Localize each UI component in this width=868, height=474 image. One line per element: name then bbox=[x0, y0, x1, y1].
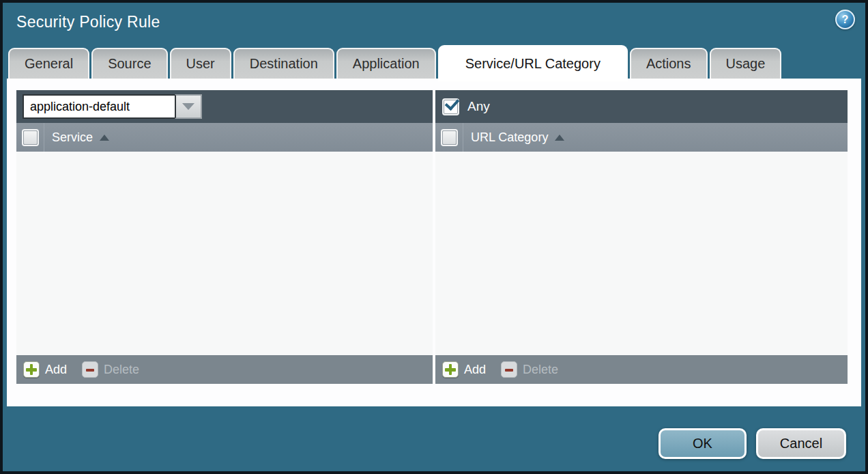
tab-content: application-default Service bbox=[7, 79, 861, 406]
url-category-column-label: URL Category bbox=[471, 130, 548, 145]
minus-icon bbox=[501, 361, 517, 378]
tab-general[interactable]: General bbox=[8, 48, 89, 79]
url-category-table-header: URL Category bbox=[435, 123, 848, 152]
plus-icon bbox=[23, 361, 40, 378]
chevron-down-icon bbox=[182, 103, 194, 110]
service-add-button[interactable]: Add bbox=[23, 361, 67, 378]
cancel-button[interactable]: Cancel bbox=[756, 428, 846, 459]
url-category-add-button[interactable]: Add bbox=[442, 361, 486, 378]
url-category-select-all-checkbox[interactable] bbox=[442, 130, 457, 145]
url-category-delete-label: Delete bbox=[523, 363, 558, 377]
service-add-label: Add bbox=[45, 363, 67, 377]
help-icon[interactable]: ? bbox=[835, 10, 855, 29]
tab-bar: General Source User Destination Applicat… bbox=[8, 45, 781, 79]
service-table-body bbox=[16, 152, 433, 355]
url-category-panel: Any URL Category Add bbox=[435, 90, 848, 384]
url-category-table-body bbox=[435, 152, 848, 355]
tab-actions[interactable]: Actions bbox=[630, 48, 708, 79]
service-table-header: Service bbox=[16, 123, 433, 152]
dialog-button-row: OK Cancel bbox=[659, 428, 846, 459]
minus-icon bbox=[82, 361, 98, 378]
service-type-bar: application-default bbox=[16, 90, 433, 123]
service-delete-button[interactable]: Delete bbox=[82, 361, 139, 378]
service-select-all-cell bbox=[16, 123, 44, 152]
tab-destination[interactable]: Destination bbox=[233, 48, 334, 79]
dialog-title: Security Policy Rule bbox=[16, 13, 160, 31]
any-checkbox[interactable] bbox=[444, 100, 458, 114]
service-column-label: Service bbox=[52, 130, 93, 145]
any-label: Any bbox=[467, 99, 490, 114]
url-category-select-all-cell bbox=[435, 123, 463, 152]
tab-source[interactable]: Source bbox=[91, 48, 167, 79]
tab-user[interactable]: User bbox=[170, 48, 231, 79]
tab-usage[interactable]: Usage bbox=[710, 48, 782, 79]
security-policy-rule-dialog: Security Policy Rule ? General Source Us… bbox=[0, 0, 868, 474]
sort-ascending-icon bbox=[100, 135, 109, 141]
service-type-dropdown-button[interactable] bbox=[175, 94, 202, 119]
url-category-delete-button[interactable]: Delete bbox=[501, 361, 558, 378]
tab-application[interactable]: Application bbox=[336, 48, 436, 79]
url-category-column-header[interactable]: URL Category bbox=[463, 123, 564, 152]
tab-service-url-category[interactable]: Service/URL Category bbox=[438, 45, 628, 81]
ok-button[interactable]: OK bbox=[659, 428, 747, 459]
service-delete-label: Delete bbox=[104, 363, 139, 377]
url-category-table-footer: Add Delete bbox=[435, 355, 848, 384]
service-type-dropdown-value[interactable]: application-default bbox=[23, 94, 176, 119]
url-category-add-label: Add bbox=[464, 363, 486, 377]
service-table-footer: Add Delete bbox=[16, 355, 433, 384]
plus-icon bbox=[442, 361, 459, 378]
service-column-header[interactable]: Service bbox=[44, 123, 109, 152]
service-select-all-checkbox[interactable] bbox=[23, 130, 38, 145]
service-type-dropdown[interactable]: application-default bbox=[23, 94, 202, 119]
url-category-any-bar: Any bbox=[435, 90, 848, 123]
service-panel: application-default Service bbox=[16, 90, 433, 384]
sort-ascending-icon bbox=[555, 135, 564, 141]
